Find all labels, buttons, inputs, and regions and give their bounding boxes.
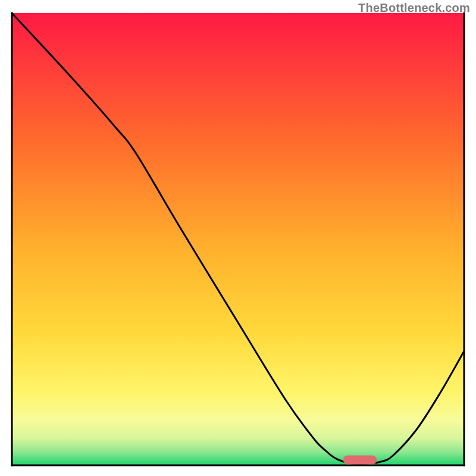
plot-background bbox=[12, 13, 464, 465]
chart-svg bbox=[0, 0, 476, 476]
chart-wrap: { "watermark": "TheBottleneck.com", "cha… bbox=[0, 0, 476, 476]
optimal-marker bbox=[343, 456, 377, 465]
